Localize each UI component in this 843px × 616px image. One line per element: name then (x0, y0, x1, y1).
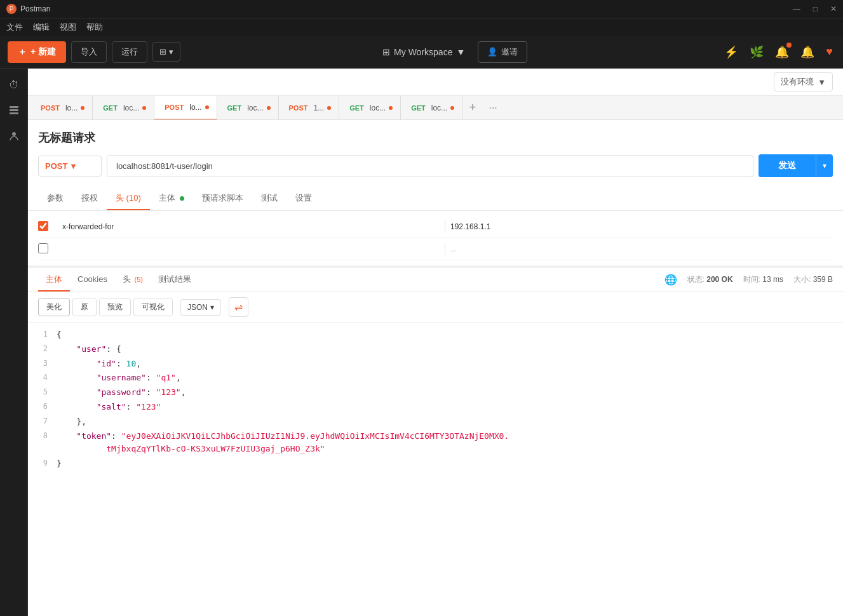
maximize-button[interactable]: □ (813, 4, 818, 13)
code-line-6: 6 "salt": "123" (28, 400, 843, 415)
req-tab-settings[interactable]: 设置 (287, 187, 321, 210)
req-tab-pre-request[interactable]: 预请求脚本 (193, 187, 252, 210)
toolbar-right: ⚡ 🌿 🔔 🔔 ♥ (722, 43, 835, 62)
resp-tab-body[interactable]: 主体 (38, 269, 70, 291)
app-icon: P (6, 4, 17, 14)
tab-2-label: loc... (123, 104, 139, 112)
format-raw-button[interactable]: 原 (72, 298, 97, 316)
menu-view[interactable]: 视图 (60, 22, 76, 33)
tab-more-button[interactable]: ··· (483, 98, 503, 118)
new-button[interactable]: ＋ + 新建 (8, 41, 66, 63)
resp-tab-headers[interactable]: 头 (5) (115, 269, 151, 291)
format-bar: 美化 原 预览 可视化 JSON ▾ ⇌ (28, 292, 843, 323)
run-button[interactable]: 运行 (112, 41, 147, 63)
tab-2[interactable]: GET loc... (93, 96, 154, 120)
code-line-2: 2 "user": { (28, 342, 843, 357)
tab-7-dot (450, 106, 454, 110)
send-dropdown-button[interactable]: ▾ (816, 154, 833, 177)
method-value: POST (45, 161, 67, 171)
heart-icon-button[interactable]: ♥ (823, 43, 835, 61)
invite-button[interactable]: 👤 邀请 (478, 41, 527, 63)
req-tab-body[interactable]: 主体 (150, 187, 194, 210)
code-line-1: 1 { (28, 328, 843, 342)
size-value: 359 B (813, 275, 833, 284)
menu-bar: 文件 编辑 视图 帮助 (0, 18, 843, 36)
response-status: 🌐 状态: 200 OK 时间: 13 ms 大小: 359 B (664, 274, 833, 286)
req-tab-headers[interactable]: 头 (10) (107, 187, 150, 210)
code-line-5: 5 "password": "123", (28, 385, 843, 400)
sidebar-icon-history[interactable]: ⏱ (3, 74, 25, 97)
plus-icon: ＋ (18, 46, 27, 58)
status-label: 状态: 200 OK (687, 274, 733, 285)
sidebar-icon-collections[interactable] (3, 99, 25, 122)
tab-1[interactable]: POST lo... (30, 96, 93, 120)
line-content-6: "salt": "123" (57, 401, 843, 414)
tab-1-label: lo... (65, 104, 78, 112)
title-bar: P Postman — □ ✕ (0, 0, 843, 18)
tab-4-method: GET (225, 104, 245, 112)
json-type-select[interactable]: JSON ▾ (180, 299, 221, 316)
tab-1-dot (81, 106, 84, 110)
main-layout: ⏱ 没有环境 ▼ POST (0, 69, 843, 616)
menu-edit[interactable]: 编辑 (33, 22, 50, 33)
tab-5[interactable]: POST 1... (279, 96, 340, 120)
tab-3-label: lo... (189, 103, 201, 112)
tab-3-method: POST (162, 103, 186, 112)
method-select[interactable]: POST ▾ (38, 156, 102, 177)
git-icon-button[interactable]: 🌿 (747, 43, 766, 62)
close-button[interactable]: ✕ (830, 4, 837, 13)
menu-file[interactable]: 文件 (6, 22, 23, 33)
settings-icon-button[interactable]: ⚡ (722, 43, 741, 62)
new-label: + 新建 (30, 46, 56, 58)
tab-4[interactable]: GET loc... (217, 96, 279, 120)
tab-6[interactable]: GET loc... (339, 96, 401, 120)
format-beautify-button[interactable]: 美化 (38, 298, 70, 316)
format-preview-button[interactable]: 预览 (99, 298, 131, 316)
layout-icon: ⊞ (159, 47, 166, 57)
resp-tab-cookies[interactable]: Cookies (70, 269, 115, 290)
req-tab-auth[interactable]: 授权 (72, 187, 107, 210)
minimize-button[interactable]: — (793, 4, 800, 13)
tab-3[interactable]: POST lo... (154, 96, 217, 120)
header-1-value[interactable]: 192.168.1.1 (445, 220, 833, 234)
notification-icon-button[interactable]: 🔔 (798, 43, 817, 62)
wrap-button[interactable]: ⇌ (229, 297, 248, 317)
app-title: P Postman (6, 4, 50, 14)
line-content-2: "user": { (57, 343, 843, 356)
header-1-checkbox[interactable] (38, 221, 48, 231)
send-button[interactable]: 发送 (759, 154, 816, 177)
plus-dropdown-button[interactable]: ⊞ ▾ (152, 42, 180, 62)
json-type-chevron-icon: ▾ (210, 303, 214, 312)
line-num-8: 8 (28, 430, 57, 442)
time-label: 时间: 13 ms (743, 274, 783, 285)
menu-help[interactable]: 帮助 (86, 22, 103, 33)
tab-6-dot (389, 106, 393, 110)
header-2-key[interactable] (57, 246, 445, 251)
invite-label: 邀请 (501, 46, 518, 58)
bell-icon-button[interactable]: 🔔 (772, 43, 792, 62)
url-input[interactable] (107, 155, 753, 177)
workspace-button[interactable]: ⊞ My Workspace ▼ (375, 43, 473, 62)
req-tab-params[interactable]: 参数 (38, 187, 72, 210)
window-controls[interactable]: — □ ✕ (793, 4, 837, 13)
tab-4-label: loc... (247, 104, 263, 112)
tab-5-dot (327, 106, 331, 110)
header-2-value[interactable]: ... (445, 242, 833, 256)
header-1-key[interactable]: x-forwarded-for (57, 220, 445, 234)
env-dropdown-icon: ▼ (818, 77, 826, 87)
resp-tab-test-results[interactable]: 测试结果 (151, 269, 199, 291)
size-label: 大小: 359 B (793, 274, 833, 285)
header-2-checkbox[interactable] (38, 243, 48, 253)
tab-7[interactable]: GET loc... (401, 96, 462, 120)
tab-add-button[interactable]: + (462, 98, 483, 118)
workspace-chevron-icon: ▼ (456, 47, 465, 57)
globe-icon: 🌐 (664, 274, 677, 286)
environment-selector[interactable]: 没有环境 ▼ (774, 72, 833, 91)
workspace-label: My Workspace (394, 47, 452, 57)
format-visualize-button[interactable]: 可视化 (133, 298, 173, 316)
req-tab-tests[interactable]: 测试 (252, 187, 287, 210)
import-button[interactable]: 导入 (71, 41, 107, 63)
tab-4-dot (267, 106, 271, 110)
sidebar-icon-user[interactable] (3, 124, 25, 147)
line-content-8: "token": "eyJ0eXAiOiJKV1QiLCJhbGciOiJIUz… (57, 430, 843, 457)
